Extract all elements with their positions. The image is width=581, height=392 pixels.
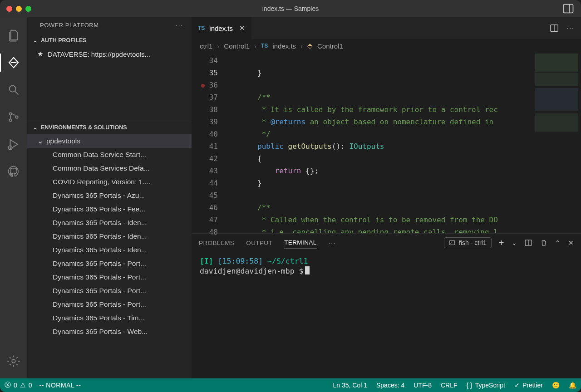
environments-label: ENVIRONMENTS & SOLUTIONS bbox=[41, 124, 127, 131]
star-icon: ★ bbox=[37, 50, 43, 58]
svg-line-3 bbox=[15, 92, 19, 95]
activity-bar bbox=[0, 17, 27, 378]
tab-index-ts[interactable]: TS index.ts ✕ bbox=[192, 17, 252, 39]
status-errors[interactable]: ⓧ0 ⚠0 bbox=[5, 381, 32, 389]
sidebar-more-icon[interactable]: ··· bbox=[176, 22, 183, 29]
line-gutter[interactable]: 343536373839404142434445464748 bbox=[192, 53, 222, 233]
status-eol[interactable]: CRLF bbox=[441, 382, 458, 389]
notifications-bell-icon[interactable]: 🔔 bbox=[569, 382, 576, 389]
status-spaces[interactable]: Spaces: 4 bbox=[376, 382, 404, 389]
split-terminal-icon[interactable] bbox=[524, 239, 532, 247]
solution-item[interactable]: Dynamics 365 Portals - Tim... bbox=[27, 311, 192, 325]
panel-tab-output[interactable]: OUTPUT bbox=[246, 237, 272, 249]
solution-item[interactable]: Dynamics 365 Portals - Web... bbox=[27, 325, 192, 338]
feedback-icon[interactable]: 🙂 bbox=[552, 382, 560, 389]
new-terminal-icon[interactable]: + bbox=[499, 238, 504, 248]
minimap[interactable] bbox=[532, 53, 581, 233]
solution-item[interactable]: Common Data Service Start... bbox=[27, 148, 192, 162]
braces-icon: { } bbox=[466, 382, 472, 389]
terminal-line: [I] [15:09:58] ~/S/ctrl1 bbox=[200, 256, 573, 266]
code-line: return {}; bbox=[222, 167, 319, 175]
trash-icon[interactable] bbox=[540, 239, 548, 247]
chevron-down-icon: ⌄ bbox=[33, 124, 37, 131]
close-window-button[interactable] bbox=[6, 6, 12, 12]
auth-profiles-header[interactable]: ⌄ AUTH PROFILES bbox=[27, 33, 192, 47]
breadcrumb-segment[interactable]: Control1 bbox=[317, 42, 343, 50]
window-controls bbox=[6, 6, 31, 12]
solution-item[interactable]: Dynamics 365 Portals - Azu... bbox=[27, 189, 192, 202]
solution-item[interactable]: Dynamics 365 Portals - Port... bbox=[27, 284, 192, 298]
split-editor-icon[interactable] bbox=[549, 23, 559, 33]
vim-mode-indicator: -- NORMAL -- bbox=[39, 382, 81, 389]
solution-item[interactable]: Dynamics 365 Portals - Fee... bbox=[27, 202, 192, 216]
auth-profile-item[interactable]: ★ DATAVERSE: https://ppdevtools... bbox=[27, 47, 192, 61]
run-debug-view-icon[interactable] bbox=[0, 132, 27, 157]
environments-header[interactable]: ⌄ ENVIRONMENTS & SOLUTIONS bbox=[27, 120, 192, 134]
status-encoding[interactable]: UTF-8 bbox=[414, 382, 432, 389]
breadcrumb-segment[interactable]: Control1 bbox=[224, 42, 250, 50]
zoom-window-button[interactable] bbox=[25, 6, 31, 12]
minimize-window-button[interactable] bbox=[16, 6, 22, 12]
source-control-view-icon[interactable] bbox=[0, 104, 27, 130]
error-icon: ⓧ bbox=[5, 381, 11, 389]
code-line: /** bbox=[222, 203, 271, 212]
terminal-dropdown-icon[interactable]: ⌄ bbox=[512, 239, 517, 246]
github-view-icon[interactable] bbox=[0, 159, 27, 184]
solution-item[interactable]: COVID Reporting, Version: 1.... bbox=[27, 175, 192, 189]
code-editor[interactable]: } /** * It is called by the framework pr… bbox=[222, 53, 581, 233]
editor-area: TS index.ts ✕ ··· ctrl1 › Control1 › TS … bbox=[192, 17, 581, 378]
panel-more-icon[interactable]: ··· bbox=[329, 240, 336, 246]
status-language[interactable]: { }TypeScript bbox=[466, 382, 505, 389]
solution-item[interactable]: Dynamics 365 Portals - Iden... bbox=[27, 230, 192, 243]
status-bar: ⓧ0 ⚠0 -- NORMAL -- Ln 35, Col 1 Spaces: … bbox=[0, 378, 581, 392]
power-platform-view-icon[interactable] bbox=[0, 50, 27, 75]
chevron-right-icon: › bbox=[254, 42, 256, 50]
svg-point-8 bbox=[12, 359, 15, 363]
tab-bar: TS index.ts ✕ ··· bbox=[192, 17, 581, 39]
solution-item[interactable]: Dynamics 365 Portals - Iden... bbox=[27, 216, 192, 230]
panel-layout-icon[interactable] bbox=[562, 2, 575, 15]
breadcrumb-segment[interactable]: index.ts bbox=[272, 42, 296, 50]
status-line-col[interactable]: Ln 35, Col 1 bbox=[333, 382, 367, 389]
solution-expanded-item[interactable]: ⌄ ppdevtools bbox=[27, 134, 192, 148]
solution-list: Common Data Service Start...Common Data … bbox=[27, 148, 192, 338]
close-panel-icon[interactable]: ✕ bbox=[568, 239, 574, 246]
explorer-view-icon[interactable] bbox=[0, 23, 27, 48]
chevron-up-icon[interactable]: ⌃ bbox=[555, 239, 561, 246]
code-line: public getOutputs(): IOutputs bbox=[222, 142, 384, 151]
panel-tab-terminal[interactable]: TERMINAL bbox=[284, 236, 316, 249]
terminal-shell-selector[interactable]: fish - ctrl1 bbox=[444, 237, 492, 248]
breadcrumb-segment[interactable]: ctrl1 bbox=[200, 42, 212, 50]
terminal-body[interactable]: [I] [15:09:58] ~/S/ctrl1 davidjen@davidj… bbox=[192, 252, 581, 378]
tab-label: index.ts bbox=[209, 24, 233, 32]
solution-item[interactable]: Dynamics 365 Portals - Port... bbox=[27, 270, 192, 284]
solution-item[interactable]: Dynamics 365 Portals - Iden... bbox=[27, 243, 192, 257]
solution-item[interactable]: Common Data Services Defa... bbox=[27, 162, 192, 175]
window-title: index.ts — Samples bbox=[262, 5, 319, 12]
sidebar: POWER PLATFORM ··· ⌄ AUTH PROFILES ★ DAT… bbox=[27, 17, 192, 378]
svg-rect-11 bbox=[450, 240, 455, 245]
auth-profile-label: DATAVERSE: https://ppdevtools... bbox=[48, 50, 150, 58]
status-prettier[interactable]: ✓Prettier bbox=[514, 382, 543, 389]
code-line: * @returns an object based on nomenclatu… bbox=[222, 118, 498, 126]
typescript-file-icon: TS bbox=[198, 25, 205, 31]
sidebar-title: POWER PLATFORM bbox=[40, 22, 99, 29]
breadcrumb[interactable]: ctrl1 › Control1 › TS index.ts › ⬘ Contr… bbox=[192, 39, 581, 53]
close-tab-icon[interactable]: ✕ bbox=[239, 24, 245, 32]
terminal-cursor bbox=[305, 266, 310, 274]
panel-tab-problems[interactable]: PROBLEMS bbox=[199, 237, 234, 249]
svg-point-2 bbox=[10, 86, 16, 92]
solution-item[interactable]: Dynamics 365 Portals - Port... bbox=[27, 257, 192, 270]
svg-point-4 bbox=[9, 113, 11, 115]
solution-item[interactable]: Dynamics 365 Portals - Port... bbox=[27, 298, 192, 311]
settings-gear-icon[interactable] bbox=[0, 348, 27, 374]
editor-more-icon[interactable]: ··· bbox=[566, 24, 575, 32]
search-view-icon[interactable] bbox=[0, 77, 27, 103]
chevron-down-icon: ⌄ bbox=[37, 137, 42, 145]
warning-icon: ⚠ bbox=[20, 382, 26, 389]
check-icon: ✓ bbox=[514, 382, 520, 389]
code-line: } bbox=[222, 179, 262, 187]
svg-rect-0 bbox=[564, 5, 573, 13]
code-line: /** bbox=[222, 93, 271, 102]
typescript-file-icon: TS bbox=[261, 43, 268, 49]
